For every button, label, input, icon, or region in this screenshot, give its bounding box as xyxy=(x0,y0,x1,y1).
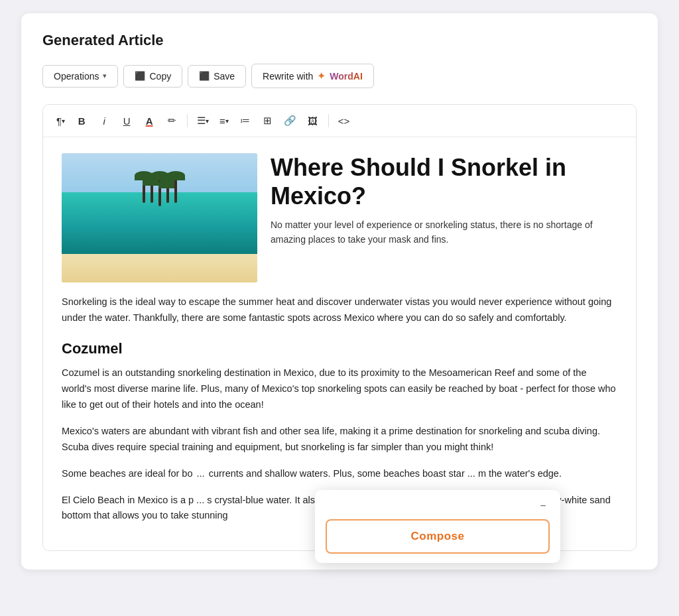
numbered-icon: ≔ xyxy=(240,115,250,127)
editor-content[interactable]: Where Should I Snorkel in Mexico? No mat… xyxy=(43,137,636,550)
editor-area: ¶ ▾ B i U A ✏ ☰ ▾ ≡ xyxy=(42,104,637,551)
link-tool[interactable]: 🔗 xyxy=(280,111,300,130)
compose-popup-header: − xyxy=(326,499,550,513)
numbered-tool[interactable]: ≔ xyxy=(235,111,255,130)
code-icon: <> xyxy=(338,115,350,127)
p4-ellipsis: ... xyxy=(194,495,207,505)
p4-start: El Cielo Beach in Mexico is a p xyxy=(62,495,194,505)
palm-2 xyxy=(151,182,153,203)
article-image xyxy=(62,153,257,282)
table-tool[interactable]: ⊞ xyxy=(258,111,278,130)
page-title: Generated Article xyxy=(42,32,637,49)
article-title-block: Where Should I Snorkel in Mexico? No mat… xyxy=(271,153,617,282)
article-header: Where Should I Snorkel in Mexico? No mat… xyxy=(62,153,617,282)
editor-toolbar: ¶ ▾ B i U A ✏ ☰ ▾ ≡ xyxy=(43,105,636,137)
font-color-icon: A xyxy=(146,115,153,127)
compose-popup: − Compose xyxy=(315,490,560,563)
toolbar-row: Operations ▾ ⬛ Copy ⬛ Save Rewrite with … xyxy=(42,64,637,88)
copy-button[interactable]: ⬛ Copy xyxy=(123,65,182,88)
paragraph-chevron: ▾ xyxy=(62,117,65,125)
align-icon: ☰ xyxy=(197,115,206,127)
save-label: Save xyxy=(214,71,235,82)
rewrite-button[interactable]: Rewrite with ✦ WordAI xyxy=(251,64,374,88)
save-button[interactable]: ⬛ Save xyxy=(188,65,246,88)
chevron-down-icon: ▾ xyxy=(103,72,107,80)
italic-icon: i xyxy=(103,115,105,127)
image-icon: 🖼 xyxy=(308,115,318,127)
section-cozumel-p3: Some beaches are ideal for bo ... curren… xyxy=(62,466,617,482)
separator-1 xyxy=(187,114,188,127)
image-beach-layer xyxy=(62,254,257,282)
bullet-chevron: ▾ xyxy=(225,117,229,125)
compose-button[interactable]: Compose xyxy=(326,519,550,554)
save-icon: ⬛ xyxy=(199,71,210,81)
paragraph-icon: ¶ xyxy=(56,115,62,127)
compose-overlay-right: ... xyxy=(465,468,478,479)
image-palms-layer xyxy=(143,176,177,206)
bullet-tool[interactable]: ≡ ▾ xyxy=(216,111,233,130)
bullet-icon: ≡ xyxy=(219,115,225,127)
compose-minimize-button[interactable]: − xyxy=(536,499,550,513)
main-card: Generated Article Operations ▾ ⬛ Copy ⬛ … xyxy=(21,13,658,570)
article-main-title: Where Should I Snorkel in Mexico? xyxy=(271,153,617,210)
p3-start: Some beaches are ideal for bo xyxy=(62,468,193,479)
palm-5 xyxy=(174,176,177,203)
rewrite-label: Rewrite with xyxy=(263,71,313,82)
bold-icon: B xyxy=(78,115,86,127)
operations-button[interactable]: Operations ▾ xyxy=(42,65,118,88)
palm-4 xyxy=(166,184,169,203)
italic-tool[interactable]: i xyxy=(94,111,114,130)
p3-end: currents and shallow waters. Plus, some … xyxy=(209,468,465,479)
align-tool[interactable]: ☰ ▾ xyxy=(193,111,213,130)
highlight-icon: ✏ xyxy=(168,115,176,127)
article-subtitle: No matter your level of experience or sn… xyxy=(271,218,617,247)
compose-label: Compose xyxy=(411,530,465,542)
wordai-icon: ✦ xyxy=(317,70,326,82)
compose-overlay-left: ... xyxy=(193,468,209,479)
section-cozumel-p2: Mexico's waters are abundant with vibran… xyxy=(62,424,617,456)
link-icon: 🔗 xyxy=(284,115,296,127)
underline-icon: U xyxy=(123,115,131,127)
bold-tool[interactable]: B xyxy=(72,111,92,130)
font-color-tool[interactable]: A xyxy=(139,111,159,130)
copy-label: Copy xyxy=(149,71,171,82)
article-intro: Snorkeling is the ideal way to escape th… xyxy=(62,294,617,326)
table-icon: ⊞ xyxy=(263,115,272,127)
minimize-icon: − xyxy=(540,500,546,512)
highlight-tool[interactable]: ✏ xyxy=(162,111,182,130)
paragraph-tool[interactable]: ¶ ▾ xyxy=(52,111,69,130)
copy-icon: ⬛ xyxy=(135,71,145,81)
separator-2 xyxy=(328,114,329,127)
section-cozumel-p1: Cozumel is an outstanding snorkeling des… xyxy=(62,365,617,413)
image-tool[interactable]: 🖼 xyxy=(303,111,323,130)
p3-end2: m the water's edge. xyxy=(478,468,562,479)
wordai-label: WordAI xyxy=(330,71,363,82)
section-cozumel-title: Cozumel xyxy=(62,337,617,360)
operations-label: Operations xyxy=(54,71,99,82)
underline-tool[interactable]: U xyxy=(117,111,137,130)
align-chevron: ▾ xyxy=(206,117,209,125)
code-tool[interactable]: <> xyxy=(334,111,354,130)
